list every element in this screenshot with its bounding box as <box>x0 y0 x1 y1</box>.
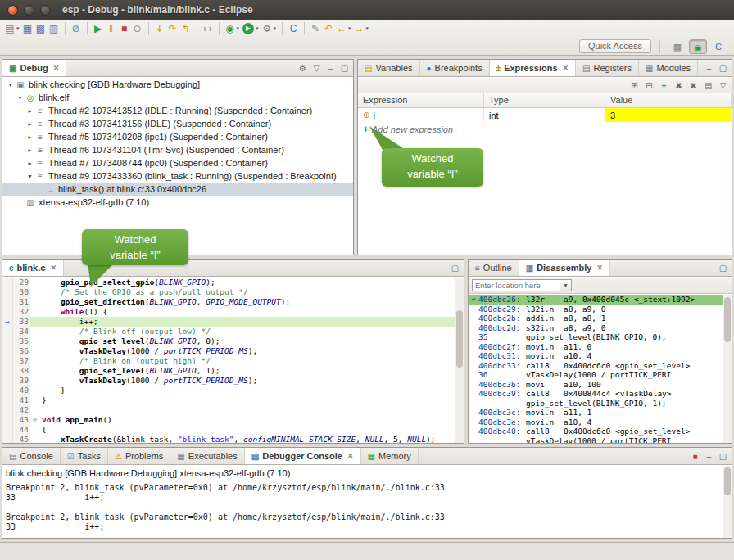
line-number[interactable]: 36 <box>13 346 30 356</box>
line-number[interactable]: 45 <box>13 435 30 443</box>
debug-tree-item[interactable]: ▸≡Thread #5 1073410208 (ipc1) (Suspended… <box>2 130 353 143</box>
maximize-icon[interactable]: ▢ <box>450 264 460 273</box>
code-line[interactable]: 45 xTaskCreate(&blink_task, "blink_task"… <box>2 435 464 443</box>
tab-debugger-console[interactable]: ▤Debugger Console✕ <box>245 448 361 464</box>
step-return-icon[interactable]: ↰ <box>179 21 193 36</box>
console-scrollbar-thumb[interactable] <box>724 467 731 495</box>
minimize-icon[interactable]: – <box>325 64 336 73</box>
forward-icon[interactable]: → <box>353 21 366 36</box>
column-header-value[interactable]: Value <box>605 93 732 107</box>
line-number[interactable]: 40 <box>13 386 30 395</box>
code-line[interactable]: 34 /* Blink off (output low) */ <box>2 327 464 336</box>
debug-icon-dropdown[interactable]: ▾ <box>237 25 240 32</box>
maximize-icon[interactable]: ▢ <box>718 452 728 461</box>
suspend-icon[interactable]: ‖ <box>105 21 118 36</box>
line-number[interactable]: 33 <box>13 317 30 327</box>
code-line[interactable]: 39 vTaskDelay(1000 / portTICK_PERIOD_MS)… <box>2 376 464 386</box>
run-icon-dropdown[interactable]: ▾ <box>256 25 259 32</box>
minimize-icon[interactable]: – <box>436 264 446 273</box>
line-number[interactable]: 37 <box>13 356 30 366</box>
tab-registers[interactable]: ▤Registers <box>576 60 639 76</box>
back-icon[interactable]: ← <box>335 21 348 36</box>
tab-executables[interactable]: ▦Executables <box>170 448 244 464</box>
add-expression-row[interactable]: +Add new expression <box>358 122 732 136</box>
debug-icon[interactable]: ◉ <box>224 21 237 36</box>
step-into-icon[interactable]: ↧ <box>153 21 166 36</box>
edit-marker-icon[interactable]: ✎ <box>309 21 322 36</box>
open-perspective-icon[interactable]: ▦ <box>668 39 686 54</box>
column-header-expression[interactable]: Expression <box>358 93 484 107</box>
location-input[interactable] <box>472 279 560 291</box>
code-line[interactable]: 42 <box>2 405 464 415</box>
expand-arrow-icon[interactable]: ▸ <box>25 107 34 115</box>
tab-disassembly[interactable]: ▥Disassembly✕ <box>519 260 610 276</box>
tab-debug[interactable]: ▣ Debug ✕ <box>2 60 66 76</box>
cpp-perspective-icon[interactable]: C <box>709 39 727 54</box>
disassembly-scrollbar-thumb[interactable] <box>724 297 731 342</box>
view-menu-icon[interactable]: ▽ <box>718 81 728 90</box>
collapse-arrow-icon[interactable]: ▾ <box>25 173 34 180</box>
collapse-all-icon[interactable]: ⊟ <box>644 81 655 90</box>
close-icon[interactable]: ✕ <box>563 64 569 72</box>
minimize-icon[interactable]: – <box>704 264 714 273</box>
line-number[interactable]: 34 <box>13 327 30 336</box>
collapse-arrow-icon[interactable]: ▾ <box>16 94 25 102</box>
expand-arrow-icon[interactable]: ▸ <box>25 133 34 141</box>
add-watch-icon[interactable]: + <box>659 81 669 90</box>
close-icon[interactable]: ✕ <box>596 264 603 272</box>
console-output[interactable]: Breakpoint 2, blink_task (pvParameter=0x… <box>2 483 732 532</box>
window-maximize-button[interactable] <box>40 5 51 16</box>
tab-tasks[interactable]: ☑Tasks <box>61 448 108 464</box>
last-edit-location-icon[interactable]: ↶ <box>322 21 335 36</box>
maximize-icon[interactable]: ▢ <box>718 64 728 73</box>
code-line[interactable]: 43⊖void app_main() <box>2 415 464 425</box>
tab-expressions[interactable]: ±Expressions✕ <box>490 60 576 76</box>
column-header-type[interactable]: Type <box>484 93 605 107</box>
disassembly-scrollbar[interactable] <box>723 295 732 443</box>
disconnect-icon[interactable]: ⊝ <box>131 21 144 36</box>
save-icon[interactable]: ▦ <box>21 21 34 36</box>
new-c-project-icon[interactable]: C <box>287 21 300 36</box>
debug-perspective-icon[interactable]: ◉ <box>689 39 707 54</box>
expand-arrow-icon[interactable]: ▸ <box>25 120 34 128</box>
code-line[interactable]: 30 /* Set the GPIO as a push/pull output… <box>2 287 464 297</box>
debug-tree-item[interactable]: ▸≡Thread #7 1073408744 (ipc0) (Suspended… <box>2 156 353 169</box>
debug-tree-item[interactable]: →blink_task() at blink.c:33 0x400dbc26 <box>2 183 353 196</box>
remove-icon[interactable]: ✖ <box>673 81 684 90</box>
line-number[interactable]: 30 <box>13 287 30 297</box>
instruction-stepping-icon[interactable]: ↦ <box>202 21 215 36</box>
terminate-icon[interactable]: ■ <box>690 452 700 461</box>
line-number[interactable]: 42 <box>13 405 30 415</box>
source-code-area[interactable]: 29 gpio_pad_select_gpio(BLINK_GPIO);30 /… <box>2 278 464 443</box>
debug-tree-item[interactable]: ▸≡Thread #2 1073413512 (IDLE : Running) … <box>2 104 353 117</box>
tab-modules[interactable]: ▦Modules <box>639 60 698 76</box>
editor-scrollbar-thumb[interactable] <box>456 310 463 368</box>
maximize-icon[interactable]: ▢ <box>718 264 728 273</box>
line-number[interactable]: 41 <box>13 395 30 405</box>
minimize-icon[interactable]: – <box>704 64 714 73</box>
layout-icon[interactable]: ▤ <box>703 81 714 90</box>
step-over-icon[interactable]: ↷ <box>166 21 179 36</box>
debug-tree-item[interactable]: ▥xtensa-esp32-elf-gdb (7.10) <box>2 196 353 209</box>
code-line[interactable]: 36 vTaskDelay(1000 / portTICK_PERIOD_MS)… <box>2 346 464 356</box>
run-icon[interactable]: ▶ <box>242 23 254 34</box>
close-icon[interactable]: ✕ <box>50 264 57 272</box>
line-number[interactable]: 35 <box>13 336 30 346</box>
editor-body[interactable]: 29 gpio_pad_select_gpio(BLINK_GPIO);30 /… <box>2 278 464 443</box>
external-tools-icon[interactable]: ⚙ <box>261 21 274 36</box>
tab-memory[interactable]: ▦Memory <box>361 448 419 464</box>
show-types-icon[interactable]: ⊞ <box>629 81 640 90</box>
code-line[interactable]: 44{ <box>2 425 464 435</box>
expression-row[interactable]: ⊕iint3 <box>358 108 732 122</box>
quick-access-button[interactable]: Quick Access <box>579 39 651 53</box>
window-minimize-button[interactable] <box>24 5 34 16</box>
close-icon[interactable]: ✕ <box>53 64 60 72</box>
code-line[interactable]: 31 gpio_set_direction(BLINK_GPIO, GPIO_M… <box>2 297 464 307</box>
resume-icon[interactable]: ▶ <box>92 21 105 36</box>
gear-icon[interactable]: ⚙ <box>297 64 308 73</box>
line-number[interactable]: 38 <box>13 366 30 376</box>
debug-tree-item[interactable]: ▾▣blink checking [GDB Hardware Debugging… <box>2 78 353 91</box>
tab-breakpoints[interactable]: ●Breakpoints <box>420 60 490 76</box>
line-number[interactable]: 32 <box>13 307 30 317</box>
back-icon-dropdown[interactable]: ▾ <box>348 25 351 32</box>
